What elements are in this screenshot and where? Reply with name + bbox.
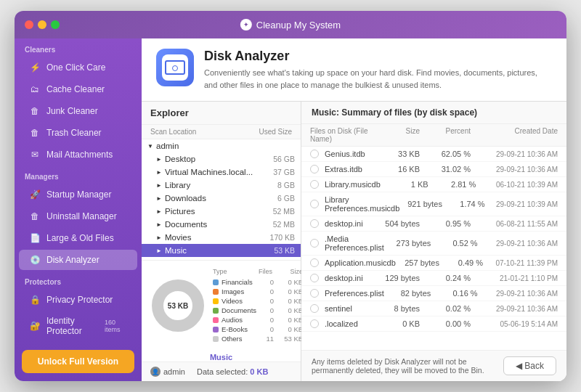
row-size: 504 bytes — [369, 219, 420, 228]
row-radio[interactable] — [310, 274, 319, 282]
music-table-row[interactable]: .localized0 KB0.00 %05-06-19 5:14 AM — [301, 317, 566, 332]
tree-item-label: Virtual Machines.local... — [165, 168, 273, 176]
tree-item-size: 52 MB — [273, 220, 295, 229]
row-date: 29-09-21 10:39 AM — [485, 200, 558, 208]
sidebar-item-label: Disk Analyzer — [46, 255, 99, 265]
explorer-header: Explorer — [142, 102, 301, 125]
legend-dot — [213, 289, 219, 295]
row-radio[interactable] — [310, 258, 319, 267]
sidebar-item-one-click-care[interactable]: ⚡ One Click Care — [19, 57, 137, 78]
legend-row: Financials00 KB — [213, 277, 303, 287]
minimize-button[interactable] — [38, 20, 46, 29]
legend-name: E-Books — [222, 325, 256, 333]
sidebar-item-large-old-files[interactable]: 📄 Large & Old Files — [19, 228, 137, 248]
legend-files: 11 — [259, 335, 274, 343]
row-radio[interactable] — [310, 319, 319, 328]
legend-dot — [213, 279, 219, 285]
tree-item-size: 6 GB — [277, 194, 295, 203]
legend-type-col: Type — [213, 268, 227, 275]
sidebar-item-startup-manager[interactable]: 🚀 Startup Manager — [19, 184, 137, 205]
sidebar-item-mail-attachments[interactable]: ✉ Mail Attachments — [19, 144, 137, 165]
app-icon-small: ✦ — [240, 19, 252, 30]
row-radio[interactable] — [310, 304, 319, 313]
row-radio[interactable] — [310, 165, 319, 173]
sidebar-item-identity-protector[interactable]: 🔐 Identity Protector 160 items — [19, 311, 137, 340]
sidebar-item-disk-analyzer[interactable]: 💿 Disk Analyzer — [19, 250, 137, 270]
explorer-columns: Scan Location Used Size — [142, 125, 301, 139]
row-date: 06-08-21 11:55 AM — [471, 220, 558, 228]
row-percent: 31.02 % — [420, 165, 471, 173]
tree-item[interactable]: ►Documents52 MB — [142, 218, 301, 231]
row-radio[interactable] — [310, 200, 319, 208]
music-table-row[interactable]: Library.musicdb1 KB2.81 %06-10-21 10:39 … — [301, 177, 566, 192]
music-table-row[interactable]: Extras.itdb16 KB31.02 %29-09-21 10:36 AM — [301, 162, 566, 177]
section-protectors: Protectors — [15, 271, 142, 289]
maximize-button[interactable] — [51, 20, 60, 29]
row-filename: .Media Preferences.plist — [325, 234, 384, 252]
row-date: 29-09-21 10:36 AM — [471, 305, 558, 313]
row-radio[interactable] — [310, 289, 319, 298]
info-message: Any items deleted by Disk Analyzer will … — [312, 357, 495, 375]
row-filename: Application.musicdb — [325, 258, 396, 267]
sidebar-item-label: Trash Cleaner — [46, 128, 102, 138]
unlock-full-version-button[interactable]: Unlock Full Version — [22, 350, 134, 373]
sidebar-item-junk-cleaner[interactable]: 🗑 Junk Cleaner — [19, 101, 137, 121]
row-radio[interactable] — [310, 219, 319, 228]
tree-item-label: Documents — [165, 220, 273, 229]
row-radio[interactable] — [310, 150, 319, 158]
back-button[interactable]: ◀ Back — [503, 356, 556, 375]
app-header-text: Disk Analyzer Conveniently see what's ta… — [204, 49, 552, 91]
row-filename: Extras.itdb — [325, 165, 369, 173]
sidebar: Cleaners ⚡ One Click Care 🗂 Cache Cleane… — [15, 38, 142, 381]
tree-item[interactable]: ►Virtual Machines.local...37 GB — [142, 166, 301, 179]
tree-item[interactable]: ►Downloads6 GB — [142, 192, 301, 205]
legend-name: Financials — [222, 278, 256, 286]
row-percent: 1.74 % — [442, 200, 485, 208]
tree-item-size: 56 GB — [273, 155, 295, 163]
tree-item[interactable]: ►Pictures52 MB — [142, 205, 301, 218]
music-table-row[interactable]: sentinel8 bytes0.02 %29-09-21 10:36 AM — [301, 301, 566, 317]
tree-item-label: Desktop — [165, 155, 273, 163]
tree-arrow-icon: ► — [156, 234, 165, 241]
disk-icon-inner — [162, 54, 188, 81]
split-panel: Explorer Scan Location Used Size ▼admin►… — [142, 102, 566, 381]
legend-dot — [213, 298, 219, 304]
col-percent: Percent — [420, 127, 471, 143]
legend-dot — [213, 336, 219, 342]
legend-size: 53 KB — [277, 335, 303, 343]
tree-arrow-icon: ► — [156, 169, 165, 176]
music-table-row[interactable]: desktop.ini504 bytes0.95 %06-08-21 11:55… — [301, 216, 566, 232]
sidebar-item-privacy-protector[interactable]: 🔒 Privacy Protector — [19, 290, 137, 310]
tree-item[interactable]: ►Desktop56 GB — [142, 152, 301, 166]
close-button[interactable] — [25, 20, 33, 29]
bottom-bar: 👤 admin Data selected: 0 KB — [142, 362, 301, 381]
tree-item[interactable]: ▼admin — [142, 139, 301, 152]
legend-size: 0 KB — [277, 306, 303, 314]
music-table-row[interactable]: Library Preferences.musicdb921 bytes1.74… — [301, 192, 566, 216]
music-table-row[interactable]: Genius.itdb33 KB62.05 %29-09-21 10:36 AM — [301, 147, 566, 162]
tree-item[interactable]: ►Music53 KB — [142, 244, 301, 257]
admin-badge: 👤 admin — [150, 367, 185, 377]
tree-item[interactable]: ►Library8 GB — [142, 179, 301, 192]
music-table-row[interactable]: Preferences.plist82 bytes0.16 %29-09-21 … — [301, 286, 566, 301]
music-table-row[interactable]: Application.musicdb257 bytes0.49 %07-10-… — [301, 256, 566, 271]
col-scan-location: Scan Location — [150, 128, 196, 136]
tree-item[interactable]: ►Movies170 KB — [142, 231, 301, 244]
row-size: 8 bytes — [369, 304, 420, 313]
sidebar-item-cache-cleaner[interactable]: 🗂 Cache Cleaner — [19, 79, 137, 99]
tree-item-size: 8 GB — [277, 181, 295, 189]
one-click-care-icon: ⚡ — [29, 62, 41, 73]
row-date: 29-09-21 10:36 AM — [478, 290, 558, 298]
music-table-row[interactable]: .Media Preferences.plist273 bytes0.52 %2… — [301, 232, 566, 256]
sidebar-item-uninstall-manager[interactable]: 🗑 Uninstall Manager — [19, 206, 137, 226]
sidebar-item-trash-cleaner[interactable]: 🗑 Trash Cleaner — [19, 123, 137, 143]
app-header: Disk Analyzer Conveniently see what's ta… — [142, 38, 566, 102]
legend-row: Images00 KB — [213, 287, 303, 296]
row-radio[interactable] — [310, 239, 319, 248]
tree-item-size: 53 KB — [274, 246, 295, 255]
row-filename: Genius.itdb — [325, 150, 369, 158]
donut-center-label: 53 KB — [168, 301, 188, 311]
row-percent: 0.02 % — [420, 304, 471, 313]
music-table-row[interactable]: desktop.ini129 bytes0.24 %21-01-21 1:10 … — [301, 271, 566, 286]
row-radio[interactable] — [310, 180, 319, 189]
